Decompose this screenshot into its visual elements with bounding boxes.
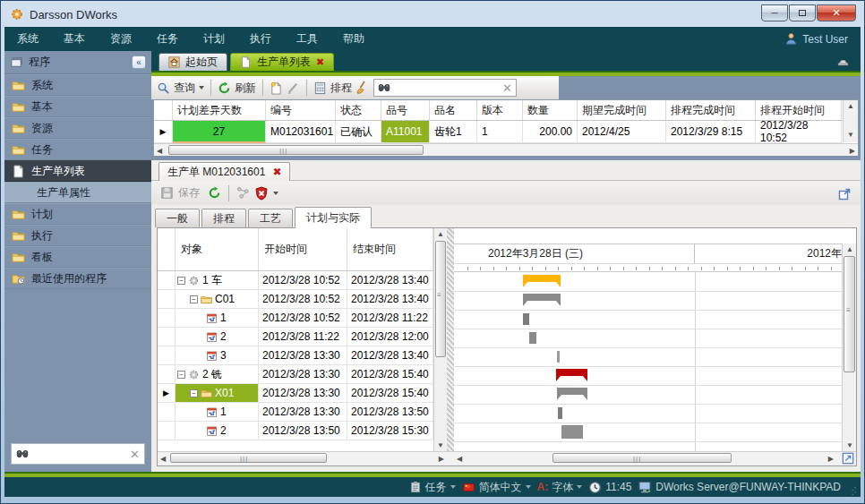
close-tab-icon[interactable]: ✖	[316, 56, 324, 68]
col-start-time[interactable]: 开始时间	[259, 228, 347, 270]
refresh-icon[interactable]	[208, 186, 221, 200]
menu-resource[interactable]: 资源	[98, 31, 144, 47]
tree-horizontal-scrollbar[interactable]: ◀▶ |||	[158, 452, 447, 466]
grid-vertical-scrollbar[interactable]: ▲▼	[843, 100, 858, 142]
col-qty[interactable]: 数量	[523, 100, 578, 120]
close-doc-tab-icon[interactable]: ✖	[272, 166, 281, 178]
sidebar-item-system[interactable]: 系统	[4, 74, 151, 96]
gantt-expand-icon[interactable]	[842, 452, 854, 465]
menu-tools[interactable]: 工具	[284, 31, 330, 47]
sidebar-item-execute[interactable]: 执行	[4, 225, 151, 246]
tree-row[interactable]: 3 2012/3/28 13:30 2012/3/28 13:40	[158, 346, 433, 365]
new-document-icon[interactable]	[270, 81, 283, 95]
gantt-bar[interactable]	[523, 313, 529, 325]
clear-icon[interactable]: ✕	[502, 81, 512, 95]
close-button[interactable]: ✕	[817, 4, 856, 21]
tab-production-order-list[interactable]: 生产单列表 ✖	[230, 53, 334, 71]
clear-icon[interactable]: ✕	[130, 448, 140, 461]
tree-vertical-scrollbar[interactable]: ▲ ≡ ▼	[433, 228, 447, 451]
status-language-menu[interactable]: 简体中文	[462, 480, 531, 495]
collapse-toggle-icon[interactable]: −	[177, 371, 185, 379]
tree-row-selected[interactable]: ▶ −X01 2012/3/28 13:30 2012/3/28 15:40	[158, 384, 433, 403]
sidebar-item-production-order-list[interactable]: 生产单列表	[4, 160, 151, 182]
tree-row[interactable]: 1 2012/3/28 10:52 2012/3/28 11:22	[158, 309, 433, 328]
page-icon	[240, 56, 252, 68]
sidebar-collapse-button[interactable]: «	[132, 56, 146, 69]
grid-horizontal-scrollbar[interactable]: ◀▶ |||	[154, 143, 858, 156]
toolbar-search-input[interactable]	[394, 81, 499, 95]
col-version[interactable]: 版本	[477, 100, 523, 120]
tree-row[interactable]: 1 2012/3/28 13:30 2012/3/28 13:50	[158, 403, 433, 422]
tab-general[interactable]: 一般	[155, 209, 200, 227]
grid-data-row[interactable]: ▶ 27 M012031601 已确认 A11001 齿轮1 1 200.00 …	[154, 121, 858, 143]
title-bar[interactable]: Darsson DWorks ─ ✕	[2, 2, 863, 27]
sidebar-item-task[interactable]: 任务	[4, 139, 151, 160]
edit-pencil-icon[interactable]	[287, 81, 300, 95]
gantt-bar[interactable]	[529, 332, 536, 344]
tab-schedule[interactable]: 排程	[201, 209, 246, 227]
gantt-bar[interactable]	[561, 425, 583, 439]
open-external-icon[interactable]	[837, 187, 852, 201]
chevron-down-icon[interactable]	[199, 86, 204, 90]
sidebar-item-kanban[interactable]: 看板	[4, 246, 151, 268]
status-font-menu[interactable]: A: 字体	[537, 480, 583, 495]
status-task-menu[interactable]: 任务	[409, 480, 456, 495]
resize-grip[interactable]: ⡪	[851, 486, 858, 495]
gantt-bar[interactable]	[557, 388, 587, 400]
tree-row[interactable]: −1 车 2012/3/28 10:52 2012/3/28 13:40	[158, 271, 433, 290]
col-status[interactable]: 状态	[336, 100, 381, 120]
col-object[interactable]: 对象	[176, 228, 259, 270]
collapse-toggle-icon[interactable]: −	[190, 389, 198, 397]
collapse-toggle-icon[interactable]: −	[190, 295, 198, 303]
shield-icon[interactable]	[254, 186, 269, 201]
sidebar-item-basic[interactable]: 基本	[4, 96, 151, 117]
sidebar-item-production-order-props[interactable]: 生产单属性	[4, 182, 151, 203]
tree-row[interactable]: −C01 2012/3/28 10:52 2012/3/28 13:40	[158, 290, 433, 309]
tree-row[interactable]: 2 2012/3/28 11:22 2012/3/28 12:00	[158, 328, 433, 346]
sidebar-item-recent-programs[interactable]: 最近使用的程序	[4, 268, 151, 289]
gantt-bar[interactable]	[523, 275, 561, 287]
col-sched-start[interactable]: 排程开始时间	[756, 100, 842, 120]
col-plan-diff-days[interactable]: 计划差异天数	[173, 100, 266, 120]
restore-button[interactable]	[789, 4, 816, 21]
col-expected-finish[interactable]: 期望完成时间	[578, 100, 666, 120]
gantt-horizontal-scrollbar[interactable]: ◀▶ |||	[454, 452, 836, 466]
sidebar-search-input[interactable]	[32, 448, 126, 460]
col-code[interactable]: 编号	[266, 100, 336, 120]
sidebar-item-plan[interactable]: 计划	[4, 203, 151, 225]
tree-gantt-splitter[interactable]	[447, 228, 454, 466]
broom-icon[interactable]	[355, 81, 370, 95]
menu-task[interactable]: 任务	[144, 31, 191, 47]
current-user[interactable]: Test User	[784, 27, 848, 51]
tab-home[interactable]: 起始页	[158, 53, 227, 71]
gantt-bar[interactable]	[523, 294, 561, 306]
gantt-vertical-scrollbar[interactable]: ▲ ≡ ▼	[842, 243, 856, 451]
menu-system[interactable]: 系统	[4, 31, 51, 47]
tree-row[interactable]: 2 2012/3/28 13:50 2012/3/28 15:30	[158, 422, 433, 440]
menu-basic[interactable]: 基本	[51, 31, 98, 47]
col-end-time[interactable]: 结束时间	[347, 228, 433, 270]
col-item-no[interactable]: 品号	[381, 100, 430, 120]
gantt-bar[interactable]	[558, 407, 562, 419]
tree-row[interactable]: −2 铣 2012/3/28 13:30 2012/3/28 15:40	[158, 365, 433, 384]
menu-plan[interactable]: 计划	[191, 31, 237, 47]
detail-doc-tab[interactable]: 生产单 M012031601 ✖	[158, 162, 290, 181]
chevron-down-icon[interactable]	[273, 192, 278, 195]
gantt-bar[interactable]	[557, 351, 560, 363]
refresh-button[interactable]: 刷新	[235, 81, 256, 96]
link-nodes-icon[interactable]	[236, 186, 250, 200]
menu-execute[interactable]: 执行	[237, 31, 284, 47]
minimize-button[interactable]: ─	[761, 4, 788, 21]
col-item-name[interactable]: 品名	[430, 100, 477, 120]
menu-help[interactable]: 帮助	[330, 31, 377, 47]
schedule-button[interactable]: 排程	[330, 81, 352, 96]
save-button[interactable]: 保存	[178, 185, 200, 201]
col-sched-finish[interactable]: 排程完成时间	[666, 100, 756, 120]
gantt-bar[interactable]	[556, 369, 587, 381]
tab-plan-vs-actual[interactable]: 计划与实际	[295, 207, 372, 228]
query-button[interactable]: 查询	[174, 81, 195, 96]
sidebar-item-resource[interactable]: 资源	[4, 117, 151, 139]
tab-list-icon[interactable]	[836, 55, 850, 68]
collapse-toggle-icon[interactable]: −	[177, 277, 185, 285]
tab-process[interactable]: 工艺	[248, 209, 293, 227]
